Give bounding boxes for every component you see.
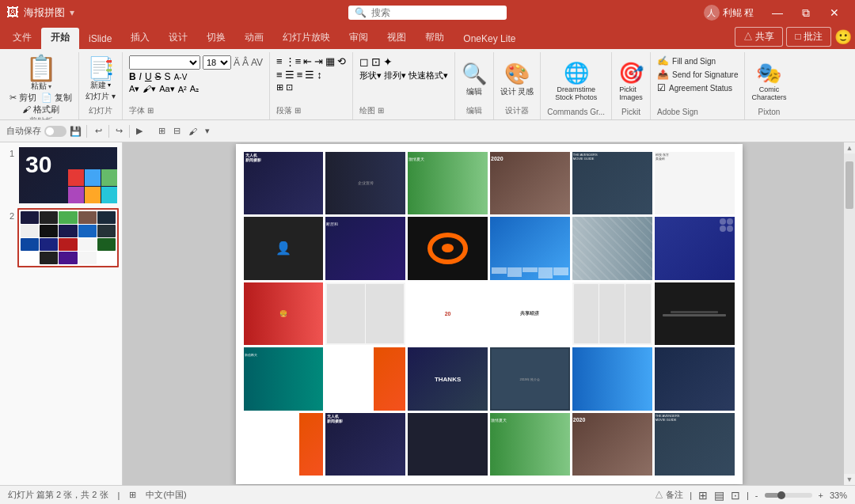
- search-bar[interactable]: 🔍: [348, 6, 507, 20]
- paste-button[interactable]: 📋 粘贴 ▾: [25, 55, 57, 92]
- designer-icon[interactable]: 🎨: [504, 62, 530, 86]
- font-av-btn[interactable]: AV: [251, 57, 263, 68]
- scroll-down-btn[interactable]: ▼: [845, 474, 855, 485]
- slide-2-thumb[interactable]: [17, 208, 119, 267]
- cols-btn[interactable]: ▦: [325, 55, 335, 67]
- emoji-button[interactable]: 🙂: [834, 28, 852, 46]
- new-slide-button[interactable]: 📑 新建 ▾ 幻灯片 ▾: [86, 58, 116, 102]
- zoom-handle[interactable]: [777, 491, 785, 499]
- underline-btn[interactable]: U: [145, 71, 152, 82]
- cut-button[interactable]: ✂ 剪切: [10, 92, 36, 104]
- paste-dropdown-icon[interactable]: ▾: [48, 83, 51, 90]
- notes-btn[interactable]: △ 备注: [655, 489, 683, 501]
- align-center-btn[interactable]: ☰: [285, 69, 294, 81]
- slide-canvas[interactable]: 无人机新闻摄影 企业宣传 激情夏天 2020 THE AVENGERSM: [236, 144, 743, 484]
- tab-design[interactable]: 设计: [159, 28, 197, 49]
- subscript-btn[interactable]: A₂: [190, 84, 199, 94]
- bold-btn[interactable]: B: [129, 71, 136, 82]
- present-btn[interactable]: ▶: [133, 124, 146, 138]
- tab-file[interactable]: 文件: [3, 28, 41, 49]
- line-spacing-btn[interactable]: ↕: [317, 69, 322, 81]
- layout-btn3[interactable]: 🖌: [185, 125, 200, 138]
- text-dir-btn[interactable]: ⟲: [337, 55, 346, 67]
- slide-1-thumb[interactable]: 30: [17, 146, 119, 205]
- restore-button[interactable]: ⧉: [792, 0, 820, 25]
- paragraph-label: 段落 ⊞: [276, 105, 346, 116]
- close-button[interactable]: ✕: [820, 0, 849, 25]
- mini-slide-28: 激情夏天: [490, 413, 570, 476]
- quickformat-btn[interactable]: 快速格式▾: [408, 70, 448, 81]
- arrange-btn[interactable]: ⊡: [371, 55, 381, 68]
- zoom-in-btn[interactable]: +: [819, 491, 823, 500]
- slide-canvas-wrapper: 无人机新闻摄影 企业宣传 激情夏天 2020 THE AVENGERSM: [123, 144, 855, 484]
- numbering-btn[interactable]: ⋮≡: [285, 55, 302, 67]
- shape-fill-btn[interactable]: 形状▾: [359, 70, 382, 81]
- tab-insert[interactable]: 插入: [121, 28, 159, 49]
- spacing-btn[interactable]: A-V: [174, 73, 188, 81]
- font-family-select[interactable]: [129, 55, 200, 70]
- fill-sign-btn[interactable]: ✍ Fill and Sign: [657, 55, 738, 66]
- quick-styles-btn[interactable]: ✦: [383, 55, 393, 68]
- tab-home[interactable]: 开始: [41, 28, 79, 49]
- superscript-btn[interactable]: A²: [178, 85, 187, 94]
- agreement-btn[interactable]: ☑ Agreement Status: [657, 82, 738, 93]
- highlight-btn[interactable]: 🖌▾: [142, 84, 156, 94]
- vertical-scrollbar[interactable]: ▲ ▼: [844, 142, 855, 485]
- search-input[interactable]: [371, 7, 498, 18]
- tab-view[interactable]: 视图: [378, 28, 416, 49]
- view-normal-btn[interactable]: ⊞: [698, 489, 708, 502]
- format-painter-button[interactable]: 🖌 格式刷: [22, 104, 59, 116]
- font-size-select[interactable]: 18: [203, 55, 231, 70]
- view-slide-btn[interactable]: ▤: [714, 489, 724, 502]
- undo-btn[interactable]: ↩: [92, 124, 105, 138]
- slide-2-container: 2: [3, 208, 119, 267]
- tab-transition[interactable]: 切换: [197, 28, 235, 49]
- scroll-up-btn[interactable]: ▲: [845, 142, 855, 153]
- indent-left-btn[interactable]: ⇤: [303, 55, 312, 67]
- shadow-btn[interactable]: S: [165, 71, 171, 82]
- send-sig-btn[interactable]: 📤 Send for Signature: [657, 69, 738, 80]
- dreamstime-btn[interactable]: 🌐 DreamstimeStock Photos: [555, 61, 597, 101]
- font-size-up-btn[interactable]: Ä: [234, 57, 240, 68]
- strikethrough-btn[interactable]: S: [155, 71, 162, 82]
- copy-button[interactable]: 📄 复制: [41, 92, 72, 104]
- tab-islide[interactable]: iSlide: [79, 30, 121, 49]
- align-right-btn[interactable]: ≡: [297, 69, 303, 81]
- shape-btn[interactable]: ◻: [359, 55, 369, 68]
- tab-slideshow[interactable]: 幻灯片放映: [273, 28, 340, 49]
- font-case-btn[interactable]: Aa▾: [159, 84, 174, 94]
- mini-slide-1-text: 无人机新闻摄影: [244, 152, 324, 164]
- indent-right-btn[interactable]: ⇥: [314, 55, 323, 67]
- tab-review[interactable]: 审阅: [340, 28, 378, 49]
- save-btn[interactable]: 💾: [70, 126, 82, 137]
- customize-btn[interactable]: ▾: [202, 124, 213, 138]
- layout-btn1[interactable]: ⊞: [155, 124, 169, 138]
- zoom-out-btn[interactable]: -: [755, 491, 758, 500]
- redo-btn[interactable]: ↪: [112, 124, 126, 138]
- justify-btn[interactable]: ☰: [305, 69, 314, 81]
- align-left-btn[interactable]: ≡: [276, 69, 283, 81]
- title-dropdown-icon[interactable]: ▾: [70, 7, 74, 18]
- zoom-slider[interactable]: [765, 493, 812, 498]
- minimize-button[interactable]: —: [763, 0, 792, 25]
- tab-onekey[interactable]: OneKey Lite: [454, 30, 525, 49]
- pickit-btn[interactable]: 🎯 PickitImages: [618, 55, 644, 106]
- slide-1-preview: 30: [19, 147, 117, 203]
- bullets-btn[interactable]: ≡: [276, 55, 283, 67]
- tab-animation[interactable]: 动画: [235, 28, 273, 49]
- font-size-down-btn[interactable]: Â: [242, 57, 249, 68]
- textbox-btn[interactable]: ⊡: [286, 82, 293, 93]
- tab-help[interactable]: 帮助: [416, 28, 454, 49]
- comment-button[interactable]: □ 批注: [786, 27, 831, 47]
- view-reading-btn[interactable]: ⊡: [731, 489, 740, 502]
- layout-btn2[interactable]: ⊟: [170, 124, 184, 138]
- pixton-btn[interactable]: 🎭 ComicCharacters: [751, 55, 786, 106]
- italic-btn[interactable]: I: [139, 71, 142, 82]
- smartart-btn[interactable]: ⊞: [276, 82, 283, 93]
- scroll-thumb[interactable]: [846, 161, 853, 209]
- arrange2-btn[interactable]: 排列▾: [384, 70, 406, 81]
- autosave-toggle[interactable]: [44, 126, 66, 137]
- edit-icon[interactable]: 🔍: [462, 62, 487, 86]
- font-color-btn[interactable]: A▾: [129, 84, 139, 94]
- share-button[interactable]: △ 共享: [735, 27, 783, 47]
